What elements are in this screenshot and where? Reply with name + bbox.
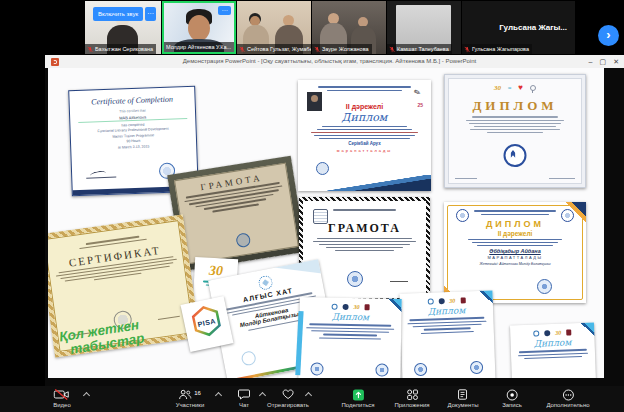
participant-name-label: Гульсана Жагыпарова — [462, 44, 532, 54]
documents-button[interactable]: Документы — [448, 389, 479, 408]
participant-name-label: Сейтова Гульзат, Жумабе... — [237, 44, 311, 54]
heart-logo-icon: ♥ — [518, 84, 523, 92]
meeting-toolbar: Видео 16 Участники Чат Отреагировать Под… — [0, 386, 624, 412]
unmute-button[interactable]: Включить звук — [93, 7, 143, 21]
next-participants-page-button[interactable]: › — [598, 25, 619, 46]
crest-logo-icon — [365, 304, 370, 310]
unmute-more-button[interactable]: ⋯ — [145, 7, 156, 21]
participant-tile-active-speaker[interactable]: ⋯ Молдир Айткенова У.Ка... — [162, 1, 236, 54]
window-title: Демонстрация PowerPoint - [Оқу сауаттылы… — [75, 55, 584, 68]
participants-options-caret[interactable] — [215, 392, 222, 399]
30-years-logo: 30 — [555, 329, 561, 335]
participant-tile-3[interactable]: Сейтова Гульзат, Жумабе... — [237, 1, 311, 54]
awardee-photo — [307, 92, 322, 111]
logo-icon — [427, 298, 433, 304]
participant-overlay-name: Гульсана Жагы... — [462, 23, 567, 32]
slide: Certificate of Completion This certifies… — [48, 68, 604, 378]
eagle-logo-icon: ≈ — [508, 85, 511, 91]
more-icon — [562, 389, 574, 401]
seal-icon — [347, 271, 363, 287]
close-button[interactable]: ✕ — [613, 58, 619, 66]
muted-mic-icon — [464, 46, 470, 53]
muted-mic-icon — [239, 46, 245, 53]
participants-count-badge: 16 — [194, 390, 201, 396]
participant-tile-4[interactable]: Зауре Жолжанова — [312, 1, 386, 54]
seal-icon — [310, 362, 323, 375]
powerpoint-icon — [51, 58, 59, 66]
diploma-bottom-3: 30 Диплом — [510, 323, 596, 378]
school-crest-icon — [313, 209, 328, 224]
emblem-seal-icon — [504, 144, 527, 167]
30-years-logo: 30 — [494, 84, 501, 92]
muted-mic-icon — [87, 46, 93, 53]
presentation-area: Certificate of Completion This certifies… — [45, 68, 624, 386]
participant-name-label: Молдир Айткенова У.Ка... — [164, 42, 234, 52]
chat-button[interactable]: Чат — [238, 389, 250, 408]
pen-logo-icon: ✎ — [413, 87, 422, 98]
signature — [86, 171, 116, 179]
25-logo: 25 — [417, 102, 423, 108]
participants-strip: Бахытжан Серикована ⋯ Молдир Айткенова У… — [0, 0, 624, 55]
lamp-logo-icon — [530, 85, 536, 91]
seal-icon — [470, 361, 483, 374]
zoom-meeting-screen: Бахытжан Серикована ⋯ Молдир Айткенова У… — [0, 0, 624, 412]
signature — [390, 281, 408, 282]
30-years-logo: 30 — [354, 304, 360, 310]
heart-icon — [282, 389, 294, 400]
diploma-gold: 30 ≈ ♥ ДИПЛОМ — [444, 74, 586, 188]
logo-icon — [438, 298, 444, 304]
tile-more-menu-button[interactable]: ⋯ — [218, 6, 231, 15]
diploma-second-degree: ✎ 25 ІІ дәрежелі Диплом Серікбай Арух ма… — [298, 80, 431, 191]
participant-tile-5[interactable]: Камшат Талеубаева — [387, 1, 461, 54]
corner-ornament — [532, 202, 586, 236]
decorative-wave — [298, 175, 431, 191]
participant-name-label: Камшат Талеубаева — [387, 44, 452, 54]
share-screen-button[interactable]: Поделиться — [341, 389, 374, 408]
chat-icon — [238, 389, 250, 400]
logo-icon — [544, 330, 550, 336]
participant-name-label: Бахытжан Серикована — [85, 44, 156, 54]
shared-screen-window: Демонстрация PowerPoint - [Оқу сауаттылы… — [45, 55, 624, 386]
more-button[interactable]: Дополнительно — [546, 389, 589, 408]
video-button[interactable]: Видео — [53, 389, 71, 408]
logo-icon — [456, 209, 469, 222]
apps-icon — [406, 389, 418, 400]
minimize-button[interactable]: – — [589, 58, 593, 65]
maximize-button[interactable]: ▢ — [600, 58, 607, 66]
participant-name-label: Зауре Жолжанова — [312, 44, 372, 54]
seal-icon — [375, 363, 388, 376]
seal-icon — [240, 350, 256, 366]
share-screen-icon — [352, 389, 364, 401]
crest-logo-icon — [460, 297, 465, 303]
logo-icon — [343, 303, 349, 309]
30-years-logo: 30 — [449, 297, 455, 303]
muted-mic-icon — [389, 46, 395, 53]
record-icon — [506, 389, 518, 401]
logo-icon — [533, 330, 539, 336]
diploma-second-degree-right: ДИПЛОМ ІІ дәрежелі Әбдіқадыр Айдана МАРА… — [444, 202, 586, 303]
camera-off-icon — [54, 389, 71, 400]
seal-icon — [316, 162, 329, 175]
seal-icon — [537, 279, 552, 294]
logo-icon — [561, 209, 574, 222]
diploma-bottom-1: 30 Диплом — [298, 297, 401, 378]
diploma-bottom-2: 30 Диплом — [399, 290, 495, 378]
record-button[interactable]: Запись — [502, 389, 522, 408]
participants-button[interactable]: 16 Участники — [176, 389, 205, 408]
muted-mic-icon — [314, 46, 320, 53]
react-button[interactable]: Отреагировать — [267, 389, 309, 408]
window-titlebar: Демонстрация PowerPoint - [Оқу сауаттылы… — [45, 55, 624, 68]
participant-tile-6[interactable]: Гульсана Жагы... Гульсана Жагыпарова — [462, 1, 575, 54]
seal-icon — [257, 275, 273, 291]
video-options-caret[interactable] — [83, 392, 90, 399]
seal-icon — [414, 363, 427, 376]
apps-button[interactable]: Приложения — [394, 389, 429, 408]
document-icon — [458, 389, 468, 400]
chat-options-caret[interactable] — [259, 392, 266, 399]
participants-icon — [179, 389, 192, 400]
logo-icon — [332, 303, 338, 309]
